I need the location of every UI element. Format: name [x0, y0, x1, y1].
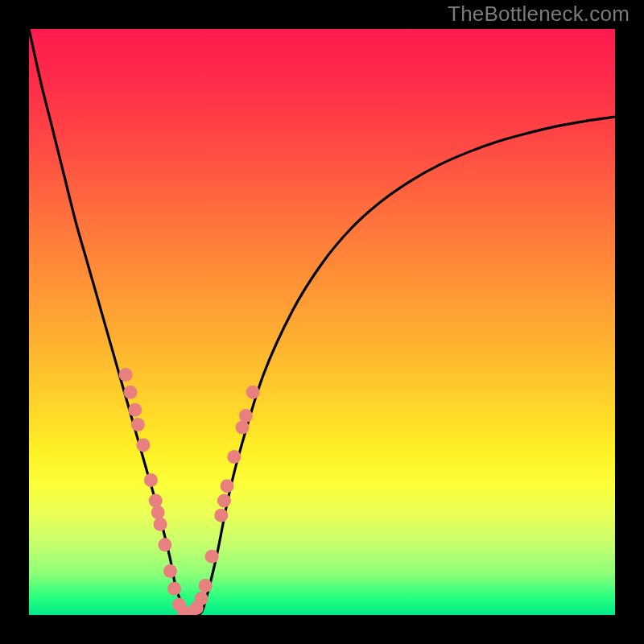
data-point: [158, 538, 171, 551]
bottleneck-curve: [29, 29, 615, 615]
data-point: [239, 409, 253, 423]
data-point: [195, 592, 208, 605]
plot-area: [29, 29, 615, 615]
curve-svg: [29, 29, 615, 615]
watermark-text: TheBottleneck.com: [448, 2, 630, 27]
data-point: [154, 518, 167, 531]
data-point: [163, 564, 177, 578]
data-point: [136, 438, 150, 452]
data-point: [246, 386, 260, 399]
data-point: [199, 579, 213, 592]
chart-frame: TheBottleneck.com: [0, 0, 644, 644]
data-point: [214, 509, 228, 522]
data-point: [217, 494, 231, 508]
data-point: [123, 386, 137, 399]
data-point: [235, 421, 249, 435]
data-point: [167, 582, 181, 596]
data-point: [149, 494, 163, 508]
data-point: [151, 506, 165, 519]
data-point: [131, 418, 145, 431]
scatter-points: [119, 368, 260, 615]
data-point: [205, 550, 219, 564]
data-point: [119, 368, 133, 382]
data-point: [227, 450, 241, 464]
data-point: [221, 479, 234, 493]
data-point: [128, 403, 142, 417]
data-point: [144, 473, 158, 487]
